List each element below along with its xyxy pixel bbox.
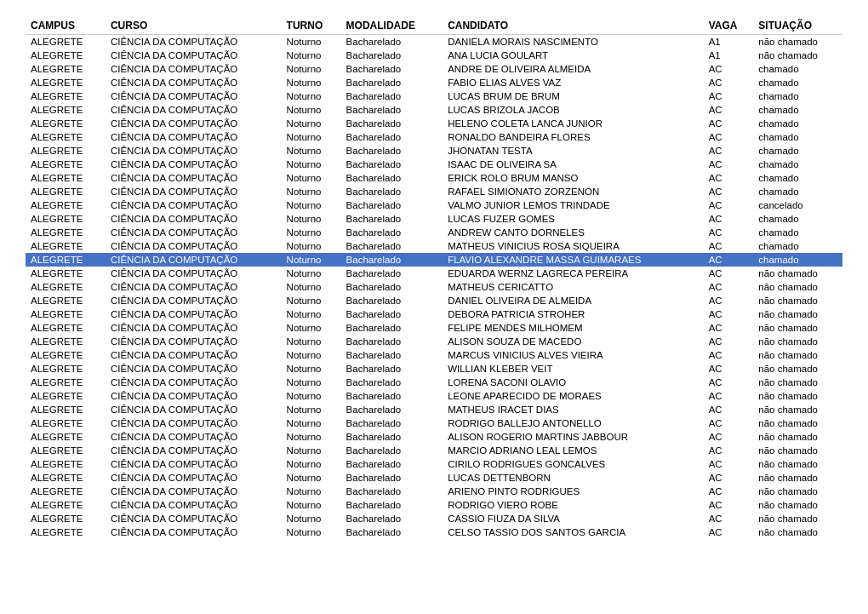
cell-curso: CIÊNCIA DA COMPUTAÇÃO [106, 403, 282, 416]
column-header-curso: CURSO [106, 17, 282, 35]
cell-turno: Noturno [282, 498, 341, 512]
cell-situacao: chamado [753, 158, 842, 171]
cell-campus: ALEGRETE [26, 117, 106, 130]
cell-curso: CIÊNCIA DA COMPUTAÇÃO [106, 389, 282, 403]
table-row: ALEGRETECIÊNCIA DA COMPUTAÇÃONoturnoBach… [26, 117, 842, 130]
cell-modalidade: Bacharelado [341, 444, 443, 457]
cell-vaga: AC [704, 144, 754, 158]
cell-candidato: JHONATAN TESTA [443, 144, 704, 158]
cell-turno: Noturno [282, 212, 341, 226]
cell-candidato: VALMO JUNIOR LEMOS TRINDADE [443, 198, 704, 212]
cell-modalidade: Bacharelado [341, 226, 443, 239]
table-row: ALEGRETECIÊNCIA DA COMPUTAÇÃONoturnoBach… [26, 171, 842, 185]
cell-situacao: chamado [753, 185, 842, 198]
cell-modalidade: Bacharelado [341, 294, 443, 307]
table-row: ALEGRETECIÊNCIA DA COMPUTAÇÃONoturnoBach… [26, 185, 842, 198]
table-row: ALEGRETECIÊNCIA DA COMPUTAÇÃONoturnoBach… [26, 498, 842, 512]
cell-campus: ALEGRETE [26, 485, 106, 498]
cell-curso: CIÊNCIA DA COMPUTAÇÃO [106, 376, 282, 389]
cell-vaga: AC [704, 267, 754, 280]
cell-vaga: AC [704, 525, 754, 539]
cell-candidato: ANA LUCIA GOULART [443, 49, 704, 62]
cell-campus: ALEGRETE [26, 239, 106, 253]
cell-campus: ALEGRETE [26, 430, 106, 444]
cell-modalidade: Bacharelado [341, 525, 443, 539]
cell-vaga: AC [704, 130, 754, 144]
cell-candidato: ANDREW CANTO DORNELES [443, 226, 704, 239]
cell-vaga: AC [704, 416, 754, 430]
cell-situacao: chamado [753, 171, 842, 185]
cell-vaga: AC [704, 103, 754, 117]
table-row: ALEGRETECIÊNCIA DA COMPUTAÇÃONoturnoBach… [26, 49, 842, 62]
cell-campus: ALEGRETE [26, 457, 106, 471]
cell-turno: Noturno [282, 76, 341, 89]
cell-campus: ALEGRETE [26, 471, 106, 485]
cell-campus: ALEGRETE [26, 89, 106, 103]
cell-candidato: LORENA SACONI OLAVIO [443, 376, 704, 389]
cell-candidato: RODRIGO BALLEJO ANTONELLO [443, 416, 704, 430]
cell-vaga: AC [704, 376, 754, 389]
cell-candidato: ALISON SOUZA DE MACEDO [443, 335, 704, 348]
cell-candidato: EDUARDA WERNZ LAGRECA PEREIRA [443, 267, 704, 280]
cell-curso: CIÊNCIA DA COMPUTAÇÃO [106, 253, 282, 267]
cell-vaga: AC [704, 280, 754, 294]
cell-turno: Noturno [282, 376, 341, 389]
cell-curso: CIÊNCIA DA COMPUTAÇÃO [106, 158, 282, 171]
cell-candidato: WILLIAN KLEBER VEIT [443, 362, 704, 376]
cell-curso: CIÊNCIA DA COMPUTAÇÃO [106, 62, 282, 76]
cell-vaga: A1 [704, 49, 754, 62]
cell-turno: Noturno [282, 416, 341, 430]
cell-curso: CIÊNCIA DA COMPUTAÇÃO [106, 239, 282, 253]
cell-campus: ALEGRETE [26, 321, 106, 335]
table-row: ALEGRETECIÊNCIA DA COMPUTAÇÃONoturnoBach… [26, 267, 842, 280]
cell-turno: Noturno [282, 430, 341, 444]
cell-modalidade: Bacharelado [341, 471, 443, 485]
table-row: ALEGRETECIÊNCIA DA COMPUTAÇÃONoturnoBach… [26, 253, 842, 267]
table-row: ALEGRETECIÊNCIA DA COMPUTAÇÃONoturnoBach… [26, 376, 842, 389]
cell-candidato: MATHEUS CERICATTO [443, 280, 704, 294]
cell-turno: Noturno [282, 253, 341, 267]
cell-candidato: DANIEL OLIVEIRA DE ALMEIDA [443, 294, 704, 307]
cell-turno: Noturno [282, 471, 341, 485]
cell-curso: CIÊNCIA DA COMPUTAÇÃO [106, 171, 282, 185]
cell-curso: CIÊNCIA DA COMPUTAÇÃO [106, 457, 282, 471]
table-row: ALEGRETECIÊNCIA DA COMPUTAÇÃONoturnoBach… [26, 158, 842, 171]
cell-situacao: chamado [753, 89, 842, 103]
table-row: ALEGRETECIÊNCIA DA COMPUTAÇÃONoturnoBach… [26, 76, 842, 89]
table-row: ALEGRETECIÊNCIA DA COMPUTAÇÃONoturnoBach… [26, 198, 842, 212]
cell-candidato: MATHEUS IRACET DIAS [443, 403, 704, 416]
cell-modalidade: Bacharelado [341, 62, 443, 76]
cell-situacao: não chamado [753, 457, 842, 471]
column-header-turno: TURNO [282, 17, 341, 35]
cell-curso: CIÊNCIA DA COMPUTAÇÃO [106, 267, 282, 280]
cell-curso: CIÊNCIA DA COMPUTAÇÃO [106, 130, 282, 144]
cell-campus: ALEGRETE [26, 212, 106, 226]
cell-turno: Noturno [282, 130, 341, 144]
cell-candidato: RODRIGO VIERO ROBE [443, 498, 704, 512]
cell-modalidade: Bacharelado [341, 198, 443, 212]
cell-campus: ALEGRETE [26, 158, 106, 171]
cell-modalidade: Bacharelado [341, 117, 443, 130]
cell-turno: Noturno [282, 362, 341, 376]
cell-curso: CIÊNCIA DA COMPUTAÇÃO [106, 485, 282, 498]
cell-campus: ALEGRETE [26, 512, 106, 525]
cell-situacao: cancelado [753, 198, 842, 212]
table-row: ALEGRETECIÊNCIA DA COMPUTAÇÃONoturnoBach… [26, 226, 842, 239]
cell-campus: ALEGRETE [26, 62, 106, 76]
cell-curso: CIÊNCIA DA COMPUTAÇÃO [106, 212, 282, 226]
cell-modalidade: Bacharelado [341, 35, 443, 49]
cell-vaga: AC [704, 389, 754, 403]
cell-candidato: ALISON ROGERIO MARTINS JABBOUR [443, 430, 704, 444]
cell-curso: CIÊNCIA DA COMPUTAÇÃO [106, 103, 282, 117]
cell-candidato: DEBORA PATRICIA STROHER [443, 307, 704, 321]
cell-candidato: LUCAS DETTENBORN [443, 471, 704, 485]
cell-turno: Noturno [282, 226, 341, 239]
cell-modalidade: Bacharelado [341, 498, 443, 512]
cell-vaga: AC [704, 226, 754, 239]
cell-candidato: ARIENO PINTO RODRIGUES [443, 485, 704, 498]
cell-situacao: não chamado [753, 525, 842, 539]
cell-modalidade: Bacharelado [341, 430, 443, 444]
table-row: ALEGRETECIÊNCIA DA COMPUTAÇÃONoturnoBach… [26, 471, 842, 485]
cell-curso: CIÊNCIA DA COMPUTAÇÃO [106, 117, 282, 130]
cell-candidato: DANIELA MORAIS NASCIMENTO [443, 35, 704, 49]
